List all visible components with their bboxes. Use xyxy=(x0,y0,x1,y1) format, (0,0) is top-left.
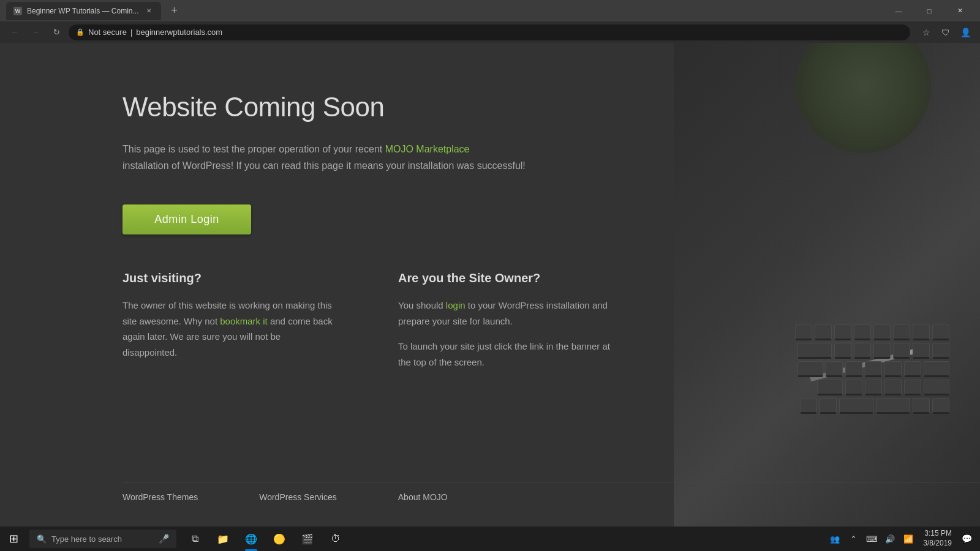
close-button[interactable]: ✕ xyxy=(946,0,974,21)
maximize-button[interactable]: □ xyxy=(915,0,943,21)
mic-icon[interactable]: 🎤 xyxy=(159,534,169,544)
tab-close-button[interactable]: ✕ xyxy=(144,6,154,16)
key xyxy=(913,324,930,340)
browser-nav-bar: ← → ↻ 🔒 Not secure | beginnerwptutorials… xyxy=(0,21,980,43)
browser-chrome: W Beginner WP Tutorials — Comin... ✕ + —… xyxy=(0,0,980,43)
key xyxy=(834,324,851,340)
window-controls: — □ ✕ xyxy=(884,0,974,21)
bg-decoration xyxy=(674,43,980,527)
key xyxy=(884,361,902,377)
refresh-button[interactable]: ↻ xyxy=(48,24,65,41)
col-owner-title: Are you the Site Owner? xyxy=(398,271,612,285)
start-button[interactable]: ⊞ xyxy=(0,527,27,551)
taskbar-app-taskview[interactable]: ⧉ xyxy=(181,527,208,551)
admin-login-button[interactable]: Admin Login xyxy=(123,204,251,234)
address-separator: | xyxy=(130,28,132,37)
key xyxy=(932,398,949,414)
chrome-icon: 🌐 xyxy=(244,532,258,545)
wifi-icon[interactable]: 📶 xyxy=(900,530,917,547)
bg-circle xyxy=(796,43,931,153)
col-owner: Are you the Site Owner? You should login… xyxy=(398,271,612,370)
col-visiting-title: Just visiting? xyxy=(123,271,337,285)
bookmark-link[interactable]: bookmark it xyxy=(220,316,268,326)
main-content: Website Coming Soon This page is used to… xyxy=(0,43,674,370)
security-icon: 🔒 xyxy=(76,28,85,36)
taskview-icon: ⧉ xyxy=(188,532,202,545)
volume-icon[interactable]: 🔊 xyxy=(881,530,899,547)
key xyxy=(854,343,871,359)
taskbar-search[interactable]: 🔍 Type here to search 🎤 xyxy=(29,530,176,548)
key xyxy=(913,398,930,414)
two-column-section: Just visiting? The owner of this website… xyxy=(123,271,612,370)
key xyxy=(800,398,817,414)
footer-links: WordPress Themes WordPress Services Abou… xyxy=(123,482,980,502)
key xyxy=(913,343,930,359)
timer-icon: ⏱ xyxy=(329,532,342,545)
bookmark-icon[interactable]: ☆ xyxy=(918,24,935,41)
key xyxy=(834,343,851,359)
search-icon: 🔍 xyxy=(37,534,47,544)
key xyxy=(873,324,891,340)
login-link[interactable]: login xyxy=(446,300,466,310)
taskbar-app-timer[interactable]: ⏱ xyxy=(322,527,349,551)
key xyxy=(839,398,873,414)
footer-col1[interactable]: WordPress Themes xyxy=(123,492,198,502)
explorer-icon: 📁 xyxy=(216,532,230,545)
key xyxy=(817,380,843,395)
col-visiting: Just visiting? The owner of this website… xyxy=(123,271,337,370)
taskbar-right: 👥 ⌃ ⌨ 🔊 📶 3:15 PM 3/8/2019 💬 xyxy=(826,529,980,548)
chevron-up-icon[interactable]: ⌃ xyxy=(845,530,862,547)
footer-col2[interactable]: WordPress Services xyxy=(259,492,337,502)
taskbar-apps: ⧉ 📁 🌐 🟡 🎬 ⏱ xyxy=(179,527,352,551)
taskbar-date: 3/8/2019 xyxy=(923,539,952,549)
key xyxy=(932,343,949,359)
browser-title-bar: W Beginner WP Tutorials — Comin... ✕ + —… xyxy=(0,0,980,21)
description-before-link: This page is used to test the proper ope… xyxy=(123,144,382,154)
key xyxy=(884,380,902,395)
key xyxy=(873,343,891,359)
minimize-button[interactable]: — xyxy=(884,0,913,21)
key xyxy=(795,324,812,340)
key xyxy=(865,361,882,377)
security-label: Not secure xyxy=(88,28,127,37)
key xyxy=(876,398,910,414)
taskbar-app-chrome[interactable]: 🌐 xyxy=(238,527,265,551)
key xyxy=(932,324,949,340)
action-center-icon[interactable]: 💬 xyxy=(958,530,975,547)
page-content: Website Coming Soon This page is used to… xyxy=(0,43,980,527)
forward-button[interactable]: → xyxy=(27,24,44,41)
taskbar-time: 3:15 PM xyxy=(923,529,952,539)
taskbar-app-stickynotes[interactable]: 🟡 xyxy=(266,527,293,551)
taskbar-app-premiere[interactable]: 🎬 xyxy=(294,527,321,551)
address-url: beginnerwptutorials.com xyxy=(136,28,222,37)
tab-title: Beginner WP Tutorials — Comin... xyxy=(27,7,139,15)
back-button[interactable]: ← xyxy=(6,24,23,41)
key xyxy=(904,380,921,395)
nav-icons-right: ☆ 🛡 👤 xyxy=(918,24,974,41)
shield-icon[interactable]: 🛡 xyxy=(937,24,954,41)
bg-keyboard xyxy=(753,324,949,478)
premiere-icon: 🎬 xyxy=(301,532,314,545)
notification-people-icon[interactable]: 👥 xyxy=(826,530,843,547)
key xyxy=(865,380,882,395)
key xyxy=(924,380,949,395)
key xyxy=(893,343,910,359)
page-description: This page is used to test the proper ope… xyxy=(123,141,539,174)
footer-col3[interactable]: About MOJO xyxy=(398,492,448,502)
taskbar-app-explorer[interactable]: 📁 xyxy=(209,527,236,551)
stickynotes-icon: 🟡 xyxy=(273,532,286,545)
key xyxy=(815,324,832,340)
key xyxy=(893,324,910,340)
mojo-marketplace-link[interactable]: MOJO Marketplace xyxy=(385,144,470,154)
keyboard-icon[interactable]: ⌨ xyxy=(863,530,880,547)
browser-tab[interactable]: W Beginner WP Tutorials — Comin... ✕ xyxy=(6,2,161,20)
key xyxy=(820,398,837,414)
key xyxy=(845,380,862,395)
description-after-link: installation of WordPress! If you can re… xyxy=(123,160,526,171)
tab-favicon: W xyxy=(13,7,22,15)
profile-icon[interactable]: 👤 xyxy=(957,24,974,41)
new-tab-button[interactable]: + xyxy=(166,2,183,20)
address-bar[interactable]: 🔒 Not secure | beginnerwptutorials.com xyxy=(69,24,910,40)
col-visiting-text: The owner of this website is working on … xyxy=(123,298,337,360)
taskbar-clock[interactable]: 3:15 PM 3/8/2019 xyxy=(918,529,957,548)
